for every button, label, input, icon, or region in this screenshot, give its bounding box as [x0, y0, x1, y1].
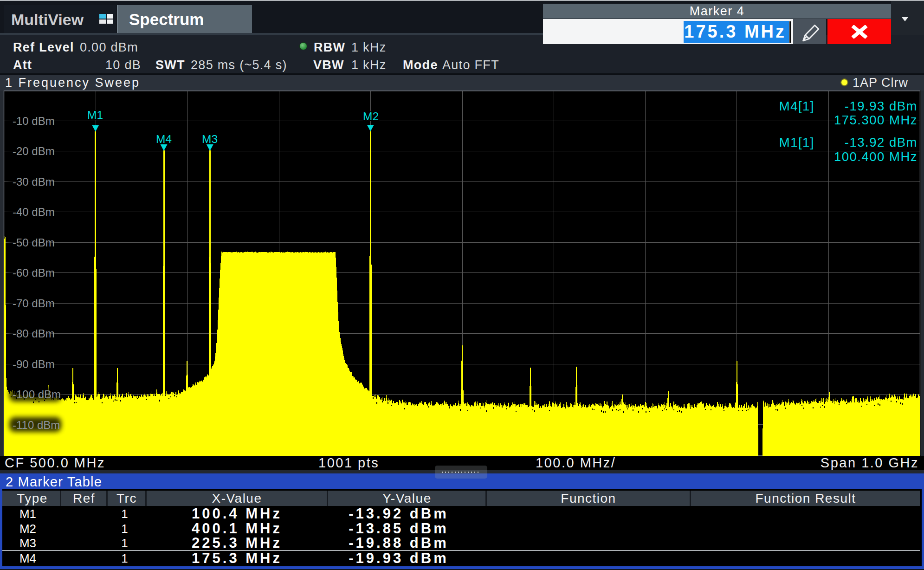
- svg-text:-10 dBm: -10 dBm: [13, 115, 55, 127]
- svg-text:-13.92 dBm: -13.92 dBm: [845, 135, 918, 149]
- svg-text:-20 dBm: -20 dBm: [13, 145, 55, 157]
- svg-text:M1: M1: [87, 109, 103, 121]
- svg-text:M4[1]: M4[1]: [779, 99, 814, 113]
- svg-text:-30 dBm: -30 dBm: [13, 175, 55, 188]
- svg-text:-80 dBm: -80 dBm: [13, 327, 55, 340]
- svg-text:-90 dBm: -90 dBm: [13, 358, 55, 370]
- svg-text:-40 dBm: -40 dBm: [13, 206, 55, 218]
- svg-text:175.300 MHz: 175.300 MHz: [834, 113, 918, 127]
- svg-text:-19.93 dBm: -19.93 dBm: [845, 99, 918, 113]
- svg-text:M4: M4: [156, 133, 172, 145]
- svg-text:-110 dBm: -110 dBm: [13, 419, 60, 431]
- svg-text:100.400 MHz: 100.400 MHz: [834, 149, 918, 164]
- svg-text:M1[1]: M1[1]: [779, 135, 814, 149]
- svg-text:-70 dBm: -70 dBm: [13, 297, 55, 310]
- svg-text:M2: M2: [363, 110, 379, 123]
- svg-text:-100 dBm: -100 dBm: [13, 388, 61, 401]
- svg-text:-60 dBm: -60 dBm: [13, 266, 55, 279]
- svg-text:-50 dBm: -50 dBm: [13, 236, 55, 249]
- svg-text:M3: M3: [202, 133, 218, 145]
